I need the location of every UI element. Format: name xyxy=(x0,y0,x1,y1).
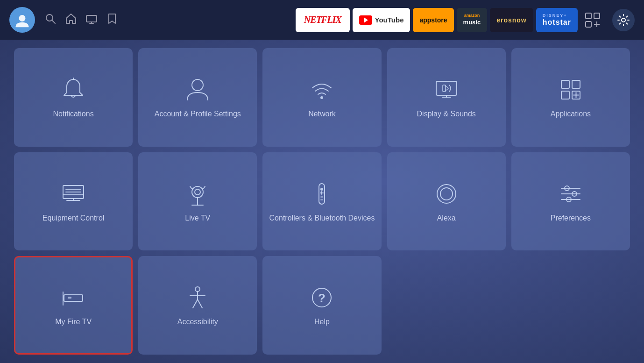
grid-plus-button[interactable] xyxy=(580,8,605,32)
monitor-icon xyxy=(432,76,460,104)
top-bar: NETFLIX YouTube appstore amazon music er… xyxy=(0,0,644,40)
controllers-bluetooth-label: Controllers & Bluetooth Devices xyxy=(269,214,375,223)
tile-controllers-bluetooth[interactable]: Controllers & Bluetooth Devices xyxy=(262,152,381,251)
youtube-label: YouTube xyxy=(375,16,404,24)
svg-point-42 xyxy=(440,188,453,200)
svg-rect-40 xyxy=(320,199,323,200)
accessibility-label: Accessibility xyxy=(177,317,218,327)
svg-rect-3 xyxy=(86,15,97,22)
live-tv-label: Live TV xyxy=(185,214,210,223)
firetv-icon xyxy=(59,284,87,312)
tile-preferences[interactable]: Preferences xyxy=(511,152,630,251)
svg-line-56 xyxy=(198,299,202,308)
antenna-icon xyxy=(184,180,212,208)
svg-rect-6 xyxy=(586,13,591,19)
svg-rect-7 xyxy=(594,13,600,19)
desktop-icon xyxy=(59,180,87,208)
accessibility-icon xyxy=(184,284,212,312)
search-icon[interactable] xyxy=(44,13,57,28)
bell-icon xyxy=(59,76,87,104)
svg-rect-49 xyxy=(64,295,83,301)
help-label: Help xyxy=(314,317,330,327)
tile-my-fire-tv[interactable]: My Fire TV xyxy=(14,256,133,355)
svg-point-31 xyxy=(192,186,203,198)
tile-equipment-control[interactable]: Equipment Control xyxy=(14,152,133,251)
svg-point-11 xyxy=(622,18,625,22)
netflix-label: NETFLIX xyxy=(304,14,341,25)
svg-rect-8 xyxy=(586,21,591,27)
home-icon[interactable] xyxy=(65,13,77,28)
equipment-control-label: Equipment Control xyxy=(42,214,105,223)
tile-alexa[interactable]: Alexa xyxy=(387,152,506,251)
tile-help[interactable]: ? Help xyxy=(262,256,381,355)
preferences-label: Preferences xyxy=(551,214,591,223)
tile-display-sounds[interactable]: Display & Sounds xyxy=(387,48,506,147)
hotstar-button[interactable]: disney+ hotstar xyxy=(536,8,578,32)
svg-point-36 xyxy=(320,188,323,191)
network-label: Network xyxy=(308,109,336,119)
youtube-play-icon xyxy=(359,15,372,25)
netflix-button[interactable]: NETFLIX xyxy=(296,8,350,32)
tile-network[interactable]: Network xyxy=(262,48,381,147)
alexa-label: Alexa xyxy=(437,214,456,223)
svg-line-2 xyxy=(52,20,56,23)
app-buttons: NETFLIX YouTube appstore amazon music er… xyxy=(296,8,605,32)
applications-label: Applications xyxy=(551,109,591,119)
tile-accessibility[interactable]: Accessibility xyxy=(138,256,257,355)
svg-rect-19 xyxy=(561,80,569,88)
svg-rect-39 xyxy=(320,196,323,198)
svg-point-0 xyxy=(19,15,26,21)
user-avatar[interactable] xyxy=(9,7,35,33)
settings-grid: Notifications Account & Profile Settings… xyxy=(0,40,644,363)
sliders-icon xyxy=(557,180,585,208)
svg-point-52 xyxy=(195,287,200,292)
tile-live-tv[interactable]: Live TV xyxy=(138,152,257,251)
appstore-label: appstore xyxy=(419,16,447,24)
svg-point-32 xyxy=(195,189,200,195)
erosnow-button[interactable]: erosnow xyxy=(490,8,533,32)
alexa-icon xyxy=(432,180,460,208)
wifi-icon xyxy=(308,76,336,104)
svg-text:?: ? xyxy=(318,291,326,305)
hotstar-label: disney+ hotstar xyxy=(543,13,571,27)
tile-applications[interactable]: Applications xyxy=(511,48,630,147)
remote-icon xyxy=(308,180,336,208)
settings-button[interactable] xyxy=(612,9,635,31)
svg-rect-21 xyxy=(561,91,569,99)
svg-rect-18 xyxy=(443,85,446,92)
svg-rect-20 xyxy=(572,80,580,88)
person-icon xyxy=(184,76,212,104)
appstore-button[interactable]: appstore xyxy=(413,8,453,32)
erosnow-label: erosnow xyxy=(496,16,527,24)
apps-icon xyxy=(557,76,585,104)
notifications-label: Notifications xyxy=(53,109,94,119)
svg-rect-51 xyxy=(68,297,71,299)
help-icon: ? xyxy=(308,284,336,312)
youtube-button[interactable]: YouTube xyxy=(353,8,410,32)
tile-account-profile[interactable]: Account & Profile Settings xyxy=(138,48,257,147)
svg-point-14 xyxy=(320,96,323,99)
amazon-music-label: amazon music xyxy=(463,13,481,27)
amazon-music-button[interactable]: amazon music xyxy=(457,8,488,32)
account-profile-label: Account & Profile Settings xyxy=(155,109,241,119)
tile-notifications[interactable]: Notifications xyxy=(14,48,133,147)
display-sounds-label: Display & Sounds xyxy=(417,109,476,119)
bookmark-icon[interactable] xyxy=(106,13,118,28)
my-fire-tv-label: My Fire TV xyxy=(55,317,92,327)
svg-point-13 xyxy=(192,79,203,91)
tv-icon[interactable] xyxy=(85,13,98,28)
nav-icons xyxy=(44,13,118,28)
svg-line-55 xyxy=(193,299,198,308)
svg-rect-15 xyxy=(436,81,457,95)
